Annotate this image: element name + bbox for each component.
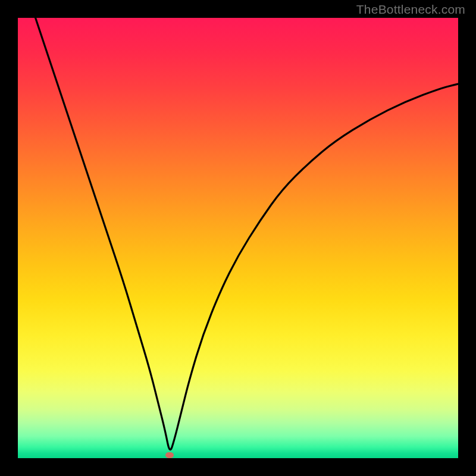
watermark-text: TheBottleneck.com bbox=[356, 2, 465, 17]
bottleneck-curve bbox=[18, 18, 458, 458]
chart-frame: TheBottleneck.com bbox=[0, 0, 476, 476]
plot-area bbox=[18, 18, 458, 458]
minimum-marker-icon bbox=[165, 452, 174, 458]
